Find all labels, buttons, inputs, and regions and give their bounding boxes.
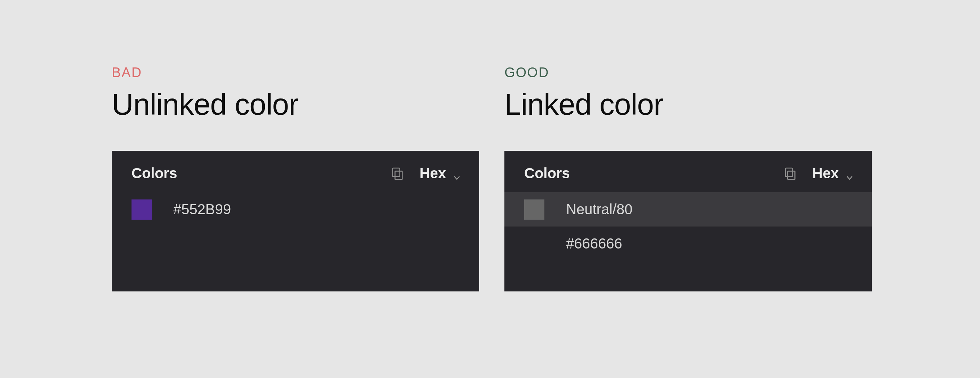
copy-icon[interactable] [783,166,797,181]
format-label: Hex [420,165,446,182]
good-example: GOOD Linked color Colors Hex [504,65,872,292]
color-token-name: Neutral/80 [566,201,633,217]
color-hex-value: #666666 [566,236,622,252]
svg-rect-2 [788,171,795,179]
chevron-down-icon [845,169,854,178]
good-tag: GOOD [504,65,872,80]
panel-title: Colors [132,165,390,182]
color-token-row[interactable]: Neutral/80 [504,192,872,226]
chevron-down-icon [453,169,461,178]
format-dropdown[interactable]: Hex [420,165,461,182]
format-label: Hex [813,165,839,182]
bad-example: BAD Unlinked color Colors Hex [112,65,479,292]
svg-rect-0 [395,171,402,179]
svg-rect-1 [392,168,399,176]
format-dropdown[interactable]: Hex [813,165,854,182]
color-swatch [524,199,544,220]
color-value: #552B99 [173,201,231,217]
svg-rect-3 [785,168,792,176]
good-colors-panel: Colors Hex [504,151,872,292]
bad-colors-panel: Colors Hex [112,151,479,292]
panel-title: Colors [524,165,783,182]
copy-icon[interactable] [390,166,405,181]
panel-header: Colors Hex [504,151,872,192]
color-hex-row[interactable]: #666666 [504,226,872,261]
color-swatch [132,199,152,220]
color-row[interactable]: #552B99 [112,192,479,226]
panel-header: Colors Hex [112,151,479,192]
bad-title: Unlinked color [112,87,479,122]
bad-tag: BAD [112,65,479,80]
good-title: Linked color [504,87,872,122]
